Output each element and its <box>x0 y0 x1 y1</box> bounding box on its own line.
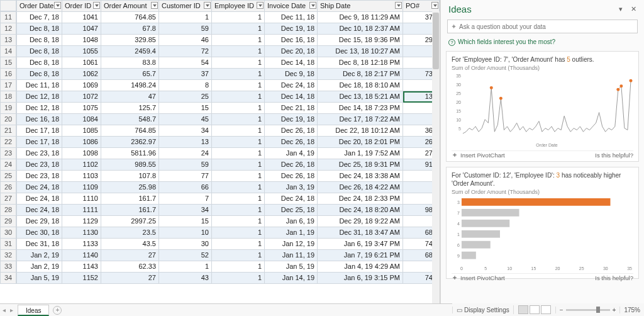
cell[interactable]: 27 <box>101 273 159 284</box>
cell[interactable]: 1103 <box>62 171 101 182</box>
insert-pivotchart-button[interactable]: Insert PivotChart <box>460 152 505 159</box>
cell[interactable]: Dec 8, 18 12:18 PM <box>318 57 403 69</box>
cell[interactable]: Jan 2, 19 <box>17 261 62 273</box>
cell[interactable]: 1 <box>212 273 265 284</box>
cell[interactable]: Dec 31, 18 <box>17 239 62 250</box>
cell[interactable]: 72 <box>159 46 212 57</box>
cell[interactable]: Dec 24, 18 2:33 PM <box>318 193 403 205</box>
row-header[interactable]: 16 <box>1 69 16 80</box>
cell[interactable]: 107.8 <box>101 171 159 182</box>
cell[interactable]: Dec 10, 18 2:37 AM <box>318 23 403 35</box>
cell[interactable]: 1 <box>159 261 212 273</box>
vertical-scrollbar[interactable] <box>432 11 440 303</box>
row-header[interactable]: 19 <box>1 103 16 114</box>
sheet-nav-next[interactable]: ▸ <box>8 307 15 313</box>
table-row[interactable]: Dec 24, 18110925.98661Jan 3, 19Dec 26, 1… <box>17 182 440 193</box>
cell[interactable]: 25 <box>159 91 212 103</box>
cell[interactable]: Dec 24, 18 <box>17 193 62 205</box>
row-header[interactable]: 27 <box>1 193 16 205</box>
cell[interactable]: 1 <box>159 12 212 23</box>
cell[interactable]: 1075 <box>62 103 101 114</box>
row-header[interactable]: 24 <box>1 159 16 171</box>
cell[interactable]: Jan 2, 19 <box>17 250 62 261</box>
table-row[interactable]: Dec 8, 1810552459.4721Dec 20, 18Dec 13, … <box>17 46 440 57</box>
select-all-corner[interactable] <box>0 0 16 11</box>
cell[interactable]: 2362.97 <box>101 137 159 148</box>
cell[interactable]: Dec 16, 18 <box>265 35 318 46</box>
cell[interactable]: 1102 <box>62 159 101 171</box>
is-helpful-link[interactable]: Is this helpful? <box>595 152 633 159</box>
cell[interactable]: Jan 12, 19 <box>265 239 318 250</box>
cell[interactable]: Jan 6, 19 <box>265 216 318 227</box>
comparison-bar-chart[interactable]: 37416905101520253035 <box>452 196 633 272</box>
cell[interactable]: 13 <box>159 137 212 148</box>
cell[interactable]: 47 <box>101 91 159 103</box>
row-header[interactable]: 26 <box>1 182 16 193</box>
cell[interactable]: Dec 24, 18 <box>17 182 62 193</box>
cell[interactable]: Dec 24, 18 8:20 AM <box>318 205 403 216</box>
cell[interactable]: Dec 26, 18 <box>265 137 318 148</box>
cell[interactable]: 7 <box>159 193 212 205</box>
cell[interactable]: 161.7 <box>101 193 159 205</box>
cell[interactable]: Dec 11, 18 <box>265 12 318 23</box>
cell[interactable]: 548.7 <box>101 114 159 125</box>
add-sheet-button[interactable]: + <box>53 306 62 315</box>
cell[interactable]: 1 <box>212 23 265 35</box>
column-header[interactable]: Employee ID <box>212 1 265 12</box>
ask-question-input[interactable] <box>459 23 637 30</box>
filter-button[interactable] <box>151 2 158 9</box>
cell[interactable]: 66 <box>159 182 212 193</box>
table-row[interactable]: Dec 12, 18107247251Dec 14, 18Dec 13, 18 … <box>17 91 440 103</box>
column-header[interactable]: Order ID <box>62 1 101 12</box>
cell[interactable]: 1 <box>212 91 265 103</box>
cell[interactable]: Dec 18, 18 8:10 AM <box>318 80 403 91</box>
row-header[interactable]: 29 <box>1 216 16 227</box>
cell[interactable]: 1084 <box>62 114 101 125</box>
table-row[interactable]: Dec 8, 18106265.7371Dec 9, 18Dec 8, 18 2… <box>17 69 440 80</box>
sheet-nav-prev[interactable]: ◂ <box>0 307 8 313</box>
cell[interactable]: Dec 19, 18 <box>265 23 318 35</box>
cell[interactable]: 1041 <box>62 12 101 23</box>
cell[interactable]: Dec 19, 18 <box>265 114 318 125</box>
cell[interactable]: Dec 23, 18 <box>17 171 62 182</box>
row-header[interactable]: 15 <box>1 57 16 69</box>
row-header[interactable]: 31 <box>1 239 16 250</box>
cell[interactable]: 34 <box>159 125 212 137</box>
table-row[interactable]: Dec 11, 1810691498.2481Dec 24, 18Dec 18,… <box>17 80 440 91</box>
table-row[interactable]: Jan 2, 19114362.3311Jan 5, 19Jan 4, 19 4… <box>17 261 440 273</box>
cell[interactable]: Dec 11, 18 <box>17 80 62 91</box>
row-header[interactable]: 34 <box>1 273 16 284</box>
cell[interactable]: Dec 29, 18 9:22 AM <box>318 216 403 227</box>
cell[interactable]: 37 <box>159 69 212 80</box>
cell[interactable]: Dec 13, 18 10:27 AM <box>318 46 403 57</box>
cell[interactable]: Dec 24, 18 <box>265 80 318 91</box>
filter-button[interactable] <box>54 2 61 9</box>
cell[interactable]: 1130 <box>62 227 101 239</box>
zoom-out-button[interactable]: − <box>560 307 564 313</box>
cell[interactable]: Dec 8, 18 <box>17 46 62 57</box>
cell[interactable]: 2459.4 <box>101 46 159 57</box>
cell[interactable]: 34 <box>159 205 212 216</box>
cell[interactable]: 1 <box>212 12 265 23</box>
cell[interactable]: 43 <box>159 273 212 284</box>
table-row[interactable]: Dec 31, 18113343.5301Jan 12, 19Jan 6, 19… <box>17 239 440 250</box>
cell[interactable]: 46 <box>159 35 212 46</box>
row-header[interactable]: 21 <box>1 125 16 137</box>
cell[interactable]: 15 <box>159 216 212 227</box>
table-row[interactable]: Dec 24, 181110161.771Dec 24, 18Dec 24, 1… <box>17 193 440 205</box>
cell[interactable]: 1 <box>212 46 265 57</box>
close-icon[interactable]: ✕ <box>629 5 638 14</box>
cell[interactable]: Dec 9, 18 <box>265 69 318 80</box>
cell[interactable]: Dec 12, 18 <box>17 103 62 114</box>
cell[interactable]: 1 <box>212 80 265 91</box>
cell[interactable]: 1 <box>212 57 265 69</box>
cell[interactable]: Dec 17, 18 <box>17 137 62 148</box>
table-row[interactable]: Dec 23, 181103107.8771Dec 26, 18Dec 24, … <box>17 171 440 182</box>
table-row[interactable]: Dec 8, 181048329.85461Dec 16, 18Dec 15, … <box>17 35 440 46</box>
cell[interactable]: 1143 <box>62 261 101 273</box>
cell[interactable]: 989.55 <box>101 159 159 171</box>
cell[interactable]: Dec 31, 18 3:47 AM <box>318 227 403 239</box>
cell[interactable]: 1 <box>212 148 265 159</box>
table-row[interactable]: Dec 7, 181041764.8511Dec 11, 18Dec 9, 18… <box>17 12 440 23</box>
cell[interactable]: Dec 23, 18 <box>17 148 62 159</box>
